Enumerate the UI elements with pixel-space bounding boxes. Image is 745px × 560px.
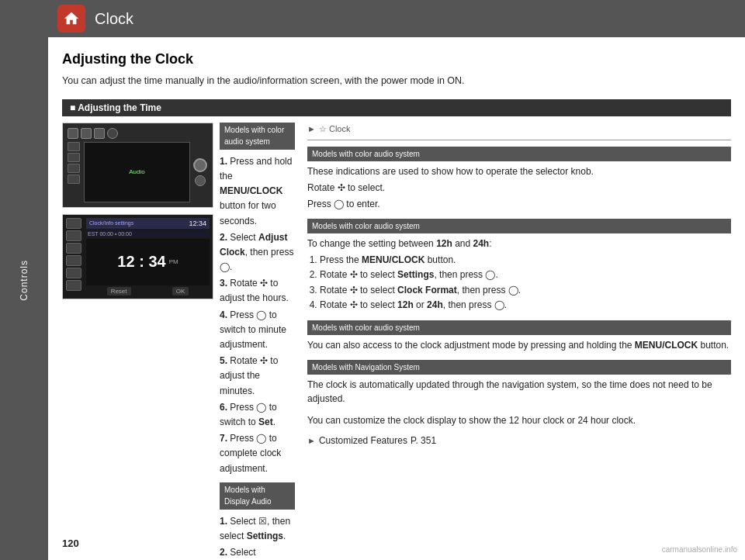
content-area: Adjusting the Clock You can adjust the t…: [48, 37, 745, 560]
step-5: 5. Rotate ✣ to adjust the minutes.: [220, 354, 295, 399]
breadcrumb-text: ☆ Clock: [319, 123, 351, 136]
right-badge-3: Models with color audio system: [307, 320, 731, 335]
audio-btn-2: [81, 128, 92, 139]
step-1: 1. Press and hold the MENU/CLOCK button …: [220, 154, 295, 229]
nav-side-buttons: [66, 218, 83, 296]
right-badge-4: Models with Navigation System: [307, 360, 731, 375]
step-3: 3. Rotate ✣ to adjust the hours.: [220, 276, 295, 306]
divider: [307, 140, 731, 140]
right-badge-1: Models with color audio system: [307, 147, 731, 161]
display-audio-image: Clock/Info settings 12:34 EST 00:00 • 00…: [62, 214, 213, 299]
nav-unit-display: Clock/Info settings 12:34 EST 00:00 • 00…: [63, 215, 213, 299]
right-para-2-intro: To change the setting between 12h and 24…: [307, 237, 731, 251]
audio-btn-3: [94, 128, 105, 139]
nav-time-display: 12:34: [189, 220, 206, 227]
nav-top-bar: Clock/Info settings 12:34: [86, 218, 210, 229]
display-audio-badge-left: Models with Display Audio: [220, 482, 295, 510]
nav-side-btn-6: [66, 280, 81, 291]
sidebar-label: Controls: [19, 260, 29, 301]
display-audio-steps-list: 1. Select ☒, then select Settings. 2. Se…: [220, 514, 295, 560]
right-para-3: You can also access to the clock adjustm…: [307, 338, 731, 352]
nav-est-label: EST 00:00 • 00:00: [86, 230, 210, 237]
da-step-1: 1. Select ☒, then select Settings.: [220, 514, 295, 544]
right-para-1: These indications are used to show how t…: [307, 164, 731, 178]
right-badge-2: Models with color audio system: [307, 219, 731, 233]
nav-side-btn-4: [66, 255, 81, 266]
home-svg: [63, 10, 80, 27]
step-6: 6. Press ◯ to switch to Set.: [220, 400, 295, 430]
nav-ok-btn[interactable]: OK: [172, 287, 189, 296]
step-2: 2. Select Adjust Clock, then press ◯.: [220, 230, 295, 275]
breadcrumb-icon: ►: [307, 123, 316, 136]
extra-para: You can customize the clock display to s…: [307, 413, 731, 427]
customized-features-link: ► Customized Features P. 351: [307, 434, 731, 448]
nav-side-btn-3: [66, 243, 81, 254]
color-audio-badge-left: Models with color audio system: [220, 123, 295, 150]
right-section-3: Models with color audio system You can a…: [307, 320, 731, 352]
device-images: Audio: [62, 123, 213, 560]
knob-dial-2: [195, 175, 206, 186]
section-bar-label: ■ Adjusting the Time: [70, 102, 161, 113]
customized-features-page: P. 351: [411, 434, 436, 448]
right-para-4: The clock is automatically updated throu…: [307, 378, 731, 406]
nav-ampm: PM: [169, 258, 178, 265]
right-steps-2: Press the MENU/CLOCK button. Rotate ✣ to…: [307, 253, 731, 313]
nav-big-time: 12 : 34: [117, 253, 165, 271]
two-column-layout: Audio: [62, 123, 731, 560]
main-content: Clock Adjusting the Clock You can adjust…: [48, 0, 745, 560]
audio-buttons-row: [68, 128, 208, 139]
nav-reset-btn[interactable]: Reset: [107, 287, 131, 296]
watermark: carmanualsonline.info: [662, 545, 737, 554]
right-step-2-4: Rotate ✣ to select 12h or 24h, then pres…: [320, 298, 731, 313]
home-icon: [57, 5, 85, 33]
nav-side-btn-1: [66, 218, 81, 229]
customized-features-label[interactable]: Customized Features: [319, 434, 407, 448]
right-column: ► ☆ Clock Models with color audio system…: [307, 123, 731, 448]
da-step-2: 2. Select Clock/Info, then Clock Adjustm…: [220, 545, 295, 560]
nav-main-area: Clock/Info settings 12:34 EST 00:00 • 00…: [86, 218, 210, 296]
page-number: 120: [62, 538, 79, 549]
sidebar: Controls: [0, 0, 48, 560]
audio-btn-1: [68, 128, 78, 139]
nav-side-btn-5: [66, 268, 81, 278]
left-steps-section: Audio: [62, 123, 295, 560]
nav-settings-label: Clock/Info settings: [89, 220, 133, 226]
section-bar: ■ Adjusting the Time: [62, 99, 731, 116]
right-step-2-3: Rotate ✣ to select Clock Format, then pr…: [320, 283, 731, 298]
audio-unit-display: Audio: [63, 123, 213, 207]
page-header-title: Clock: [95, 10, 133, 28]
nav-clock-display: 12 : 34 PM: [86, 239, 210, 285]
right-section-2: Models with color audio system To change…: [307, 219, 731, 313]
left-steps-text: Models with color audio system 1. Press …: [220, 123, 295, 560]
right-col-breadcrumb: ► ☆ Clock: [307, 123, 731, 136]
step-4: 4. Press ◯ to switch to minute adjustmen…: [220, 308, 295, 353]
color-audio-steps-list: 1. Press and hold the MENU/CLOCK button …: [220, 154, 295, 476]
page-title: Adjusting the Clock: [62, 51, 731, 67]
customized-link-icon: ►: [307, 434, 316, 448]
left-column: Audio: [62, 123, 295, 560]
right-step-2-2: Rotate ✣ to select Settings, then press …: [320, 268, 731, 282]
color-audio-image: Audio: [62, 123, 213, 208]
right-press-1: Press ◯ to enter.: [307, 197, 731, 211]
right-step-2-1: Press the MENU/CLOCK button.: [320, 253, 731, 268]
nav-bottom-buttons: Reset OK: [86, 287, 210, 296]
intro-text: You can adjust the time manually in the …: [62, 74, 731, 88]
right-section-4: Models with Navigation System The clock …: [307, 360, 731, 406]
nav-side-btn-2: [66, 230, 81, 241]
audio-screen-display: Audio: [129, 168, 144, 175]
knob-dial: [193, 158, 207, 172]
header-bar: Clock: [48, 0, 745, 37]
right-section-1: Models with color audio system These ind…: [307, 147, 731, 211]
audio-btn-knob: [107, 128, 118, 139]
step-7: 7. Press ◯ to complete clock adjustment.: [220, 431, 295, 476]
right-rotate-1: Rotate ✣ to select.: [307, 181, 731, 195]
